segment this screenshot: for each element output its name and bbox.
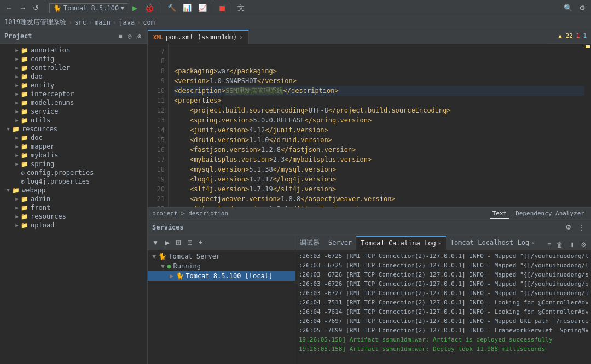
sidebar-item-mapper[interactable]: ▶📁mapper	[0, 142, 147, 151]
back-button[interactable]: ←	[3, 3, 15, 13]
code-line: <mysql.version>5.1.38</mysql.version>	[174, 165, 584, 174]
tomcat-server-item[interactable]: ▼ 🐈 Tomcat Server	[148, 251, 295, 261]
sidebar-item-mybatis[interactable]: ▶📁mybatis	[0, 151, 147, 160]
sidebar-item-config.properties[interactable]: ⚙config.properties	[0, 168, 147, 177]
sidebar-item-upload[interactable]: ▶📁upload	[0, 221, 147, 230]
file-icon: 📁	[12, 126, 20, 133]
services-options-button[interactable]: ⋮	[576, 222, 587, 232]
editor-breadcrumb-tabs: Text Dependency Analyzer	[490, 209, 587, 219]
log-clear-button[interactable]: 🗑	[554, 240, 565, 250]
services-toolbar: ▼ ▶ ⊞ ⊟ +	[148, 235, 295, 250]
services-add-button[interactable]: +	[196, 238, 205, 248]
log-scroll-button[interactable]: ≡	[545, 240, 553, 250]
search-button[interactable]: 🔍	[561, 3, 575, 13]
breadcrumb-project[interactable]: 1019理发店管理系统	[4, 17, 66, 27]
coverage-button[interactable]: 📊	[181, 3, 194, 13]
settings-button[interactable]: ⚙	[577, 3, 588, 13]
sidebar-item-spring[interactable]: ▶📁spring	[0, 160, 147, 168]
sidebar-item-webapp[interactable]: ▼📁webapp	[0, 186, 147, 195]
server-tab[interactable]: Server	[324, 236, 356, 250]
services-sidebar: ▼ ▶ ⊞ ⊟ + ▼ 🐈 Tomcat Server ▼	[148, 235, 296, 364]
run-config-selector[interactable]: 🐈 Tomcat 8.5.100 ▼	[49, 3, 128, 13]
code-line: <mybaitsplus.version>2.3</mybaitsplus.ve…	[174, 155, 584, 165]
catalina-log-tab[interactable]: Tomcat Catalina Log ×	[356, 236, 445, 250]
running-item[interactable]: ▼ ● Running	[148, 261, 295, 271]
sidebar-item-utils[interactable]: ▶📁utils	[0, 116, 147, 125]
catalina-close-button[interactable]: ×	[438, 240, 442, 246]
tab-pom-xml[interactable]: XML pom.xml (ssmun1dm) ×	[148, 30, 249, 44]
sidebar-settings-button[interactable]: ⚙	[136, 32, 143, 40]
services-expand-button[interactable]: ▶	[163, 238, 172, 248]
sidebar-item-resources[interactable]: ▼📁resources	[0, 125, 147, 133]
sidebar-item-entity[interactable]: ▶📁entity	[0, 81, 147, 90]
sidebar-item-admin[interactable]: ▶📁admin	[0, 195, 147, 203]
instance-expand-icon: ▶	[170, 272, 173, 280]
code-editor[interactable]: 788910111213141516171819202122 <packagin…	[148, 44, 591, 207]
file-icon: 📁	[21, 204, 28, 212]
log-line: :26:04 -7614 [RMI TCP Connection(2)-127.…	[299, 307, 588, 316]
refresh-button[interactable]: ↺	[31, 3, 41, 13]
code-line: <version>1.0-SNAPSHOT</version>	[174, 76, 584, 86]
breadcrumb-main[interactable]: main	[95, 19, 111, 26]
warning-marker	[586, 45, 590, 48]
forward-button[interactable]: →	[17, 3, 28, 13]
log-content[interactable]: :26:03 -6725 [RMI TCP Connection(2)-127.…	[296, 250, 591, 364]
breadcrumb-java[interactable]: java	[119, 19, 135, 26]
code-line: <druid.version>1.1.0</druid.version>	[174, 135, 584, 145]
run-button[interactable]: ▶	[130, 3, 140, 13]
services-settings-button[interactable]: ⚙	[563, 222, 573, 232]
file-icon: 📁	[21, 47, 28, 54]
log-line: :26:04 -7697 [RMI TCP Connection(2)-127.…	[299, 316, 588, 326]
code-content[interactable]: <packaging>war</packaging><version>1.0-S…	[169, 44, 584, 207]
services-group-button[interactable]: ⊞	[173, 238, 183, 248]
log-line: 19:26:05,158] Artifact ssmun1dm:war: Dep…	[299, 344, 588, 354]
services-filter-button[interactable]: ⊟	[185, 238, 195, 248]
log-pause-button[interactable]: ⏸	[566, 240, 577, 250]
sidebar-item-front[interactable]: ▶📁front	[0, 203, 147, 212]
sidebar-item-interceptor[interactable]: ▶📁interceptor	[0, 90, 147, 98]
code-line: <slf4j.version>1.7.19</slf4j.version>	[174, 184, 584, 194]
locate-button[interactable]: ◎	[126, 32, 134, 40]
localhost-log-tab[interactable]: Tomcat Localhost Log ×	[446, 236, 540, 250]
sidebar-item-log4j.properties[interactable]: ⚙log4j.properties	[0, 177, 147, 186]
sidebar-item-resources[interactable]: ▶📁resources	[0, 212, 147, 221]
file-icon: 📁	[21, 213, 28, 220]
log-line: :26:03 -6725 [RMI TCP Connection(2)-127.…	[299, 251, 588, 261]
tree-label: interceptor	[31, 90, 74, 98]
sidebar-item-config[interactable]: ▶📁config	[0, 55, 147, 63]
breadcrumb-path: project > description	[152, 210, 228, 217]
dependency-analyzer-tab[interactable]: Dependency Analyzer	[513, 209, 587, 219]
services-collapse-button[interactable]: ▼	[150, 238, 161, 248]
breadcrumb-com[interactable]: com	[143, 19, 155, 26]
sidebar-item-annotation[interactable]: ▶📁annotation	[0, 46, 147, 55]
translate-button[interactable]: 文	[235, 2, 247, 14]
log-settings-button[interactable]: ⚙	[578, 240, 589, 250]
sidebar-item-doc[interactable]: ▶📁doc	[0, 133, 147, 142]
project-tree: ▶📁annotation▶📁config▶📁controller▶📁dao▶📁e…	[0, 44, 147, 364]
sidebar-item-dao[interactable]: ▶📁dao	[0, 72, 147, 81]
tab-close-button[interactable]: ×	[240, 34, 243, 40]
sidebar-item-model.enums[interactable]: ▶📁model.enums	[0, 98, 147, 107]
localhost-close-button[interactable]: ×	[531, 240, 535, 246]
collapse-all-button[interactable]: ≡	[117, 32, 124, 40]
log-line: :26:03 -6727 [RMI TCP Connection(2)-127.…	[299, 289, 588, 298]
stop-button[interactable]: ■	[217, 3, 227, 13]
profile-button[interactable]: 📈	[196, 3, 209, 13]
tree-label: model.enums	[31, 99, 74, 107]
main-toolbar: ← → ↺ 🐈 Tomcat 8.5.100 ▼ ▶ 🐞 🔨 📊 📈 ■ 文 🔍…	[0, 0, 591, 16]
breadcrumb-src[interactable]: src	[74, 19, 86, 26]
tomcat-instance-item[interactable]: ▶ 🐈 Tomcat 8.5.100 [local]	[148, 271, 295, 281]
debug-button[interactable]: 🐞	[142, 3, 157, 13]
chevron-down-icon: ▼	[121, 5, 124, 11]
tree-label: upload	[31, 221, 54, 229]
sidebar-item-controller[interactable]: ▶📁controller	[0, 63, 147, 72]
sidebar-item-service[interactable]: ▶📁service	[0, 107, 147, 116]
sidebar-title: Project	[4, 32, 32, 40]
running-status-icon: ●	[167, 262, 171, 270]
build-button[interactable]: 🔨	[165, 3, 178, 13]
tomcat-run-icon: 🐈	[53, 4, 61, 12]
text-tab[interactable]: Text	[490, 209, 509, 219]
xml-file-icon: XML	[153, 34, 163, 40]
code-line: <description>SSM理发店管理系统</description>	[174, 86, 584, 96]
debugger-tab[interactable]: 调试器	[296, 236, 324, 250]
